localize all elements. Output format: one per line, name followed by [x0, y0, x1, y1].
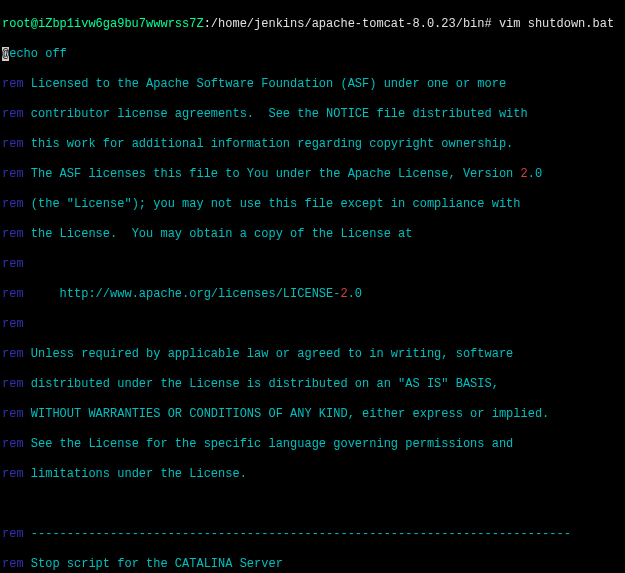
prompt-host: root@iZbp1ivw6ga9bu7wwwrss7Z — [2, 17, 204, 31]
shell-prompt: root@iZbp1ivw6ga9bu7wwwrss7Z:/home/jenki… — [2, 17, 623, 32]
file-line: rem Stop script for the CATALINA Server — [2, 557, 623, 572]
file-line: rem ------------------------------------… — [2, 527, 623, 542]
file-line: rem this work for additional information… — [2, 137, 623, 152]
file-line: rem Unless required by applicable law or… — [2, 347, 623, 362]
file-line: rem http://www.apache.org/licenses/LICEN… — [2, 287, 623, 302]
file-line: rem — [2, 317, 623, 332]
file-line: rem contributor license agreements. See … — [2, 107, 623, 122]
file-line: rem WITHOUT WARRANTIES OR CONDITIONS OF … — [2, 407, 623, 422]
file-line: rem limitations under the License. — [2, 467, 623, 482]
file-line: @echo off — [2, 47, 623, 62]
file-line: rem the License. You may obtain a copy o… — [2, 227, 623, 242]
file-line: rem — [2, 257, 623, 272]
file-line: rem The ASF licenses this file to You un… — [2, 167, 623, 182]
terminal[interactable]: root@iZbp1ivw6ga9bu7wwwrss7Z:/home/jenki… — [2, 2, 623, 573]
file-line — [2, 497, 623, 512]
file-line: rem (the "License"); you may not use thi… — [2, 197, 623, 212]
vim-command: vim shutdown.bat — [499, 17, 614, 31]
file-line: rem Licensed to the Apache Software Foun… — [2, 77, 623, 92]
file-line: rem distributed under the License is dis… — [2, 377, 623, 392]
file-line: rem See the License for the specific lan… — [2, 437, 623, 452]
prompt-path: :/home/jenkins/apache-tomcat-8.0.23/bin# — [204, 17, 499, 31]
